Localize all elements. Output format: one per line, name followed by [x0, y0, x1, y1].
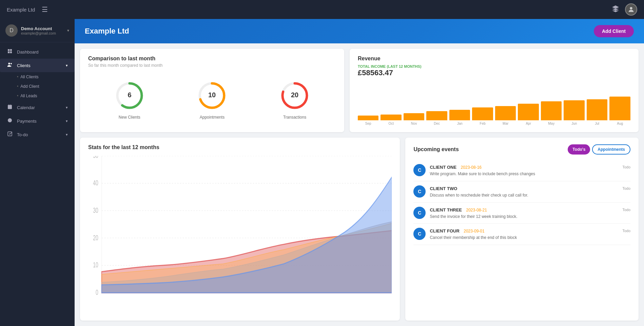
dashboard-icon: [7, 48, 13, 55]
svg-text:6: 6: [128, 91, 131, 99]
user-avatar-topbar[interactable]: [625, 3, 637, 16]
row1: Comparison to last month So far this mon…: [75, 43, 644, 135]
hamburger-icon[interactable]: ☰: [42, 5, 48, 14]
event-item[interactable]: C CLIENT ONE 2023-08-16 Todo Write progr…: [413, 160, 630, 181]
clients-icon: [7, 62, 13, 69]
event-desc: Discuss when to reschedule their check u…: [430, 192, 630, 198]
bar-chart: Sep Oct Nov Dec Jan Feb Mar Apr May Ju: [358, 81, 630, 125]
clients-chevron-icon: ▾: [66, 63, 68, 68]
todo-icon: [7, 131, 13, 138]
event-header-row: CLIENT TWO Todo: [430, 185, 630, 191]
revenue-card: Revenue TOTAL INCOME (LAST 12 MONTHS) £5…: [350, 49, 639, 132]
svg-text:50: 50: [93, 156, 98, 160]
bar-month: Jul: [595, 122, 599, 125]
sidebar-user-info: Demo Account example@gmail.com: [21, 26, 64, 35]
event-desc: Write program. Make sure to include benc…: [430, 171, 630, 177]
sidebar-item-add-client[interactable]: Add Client: [0, 82, 75, 91]
svg-text:10: 10: [93, 261, 98, 269]
transactions-circle: 20 Transactions: [279, 80, 310, 120]
sidebar-item-all-clients[interactable]: All Clients: [0, 72, 75, 82]
tab-appointments[interactable]: Appointments: [592, 144, 630, 155]
event-item[interactable]: C CLIENT THREE 2023-08-21 Todo Send the …: [413, 203, 630, 224]
sidebar-item-todo-label: To-do: [17, 132, 28, 137]
sidebar-item-all-leads[interactable]: All Leads: [0, 91, 75, 101]
tab-todos[interactable]: Todo's: [568, 144, 590, 155]
revenue-title: Revenue: [358, 56, 630, 62]
app-container: Example Ltd ☰ D Demo Account example@gma…: [0, 0, 644, 326]
sidebar-nav: Dashboard Clients ▾ All Clients Add Clie…: [0, 42, 75, 144]
event-item[interactable]: C CLIENT FOUR 2023-09-01 Todo Cancel the…: [413, 224, 630, 245]
event-avatar: C: [413, 185, 426, 198]
bar-group: May: [541, 101, 562, 125]
svg-point-5: [8, 63, 10, 64]
circles-row: 6 New Clients 10: [88, 75, 336, 125]
svg-text:20: 20: [93, 233, 98, 242]
sidebar-item-dashboard-label: Dashboard: [17, 49, 39, 55]
page-header: Example Ltd Add Client: [75, 19, 644, 43]
svg-text:40: 40: [93, 179, 98, 187]
transactions-svg: 20: [279, 80, 310, 111]
chart-area: 0 10 20 30 40 50: [88, 156, 392, 314]
sidebar-user-email: example@gmail.com: [21, 31, 64, 35]
page-title: Example Ltd: [85, 27, 129, 36]
bar: [518, 104, 539, 120]
bar-group: Feb: [472, 107, 493, 126]
sidebar-item-clients[interactable]: Clients ▾: [0, 59, 75, 72]
bar-month: Dec: [434, 122, 440, 125]
event-header-row: CLIENT FOUR 2023-09-01 Todo: [430, 228, 630, 234]
add-client-button[interactable]: Add Client: [594, 25, 634, 37]
sidebar-user[interactable]: D Demo Account example@gmail.com ▾: [0, 19, 75, 42]
event-content: CLIENT FOUR 2023-09-01 Todo Cancel their…: [430, 228, 630, 241]
event-client: CLIENT FOUR: [430, 228, 459, 233]
sidebar-item-todo[interactable]: To-do ▾: [0, 128, 75, 141]
sidebar-item-all-leads-label: All Leads: [20, 94, 37, 98]
bar: [449, 110, 470, 120]
sidebar-item-dashboard[interactable]: Dashboard: [0, 45, 75, 59]
bar-group: Jul: [587, 99, 608, 125]
sidebar-item-all-clients-label: All Clients: [20, 75, 38, 79]
comparison-card: Comparison to last month So far this mon…: [80, 49, 344, 132]
event-desc: Send the invoice for their 12 week train…: [430, 214, 630, 220]
comparison-title: Comparison to last month: [88, 56, 336, 62]
events-list: C CLIENT ONE 2023-08-16 Todo Write progr…: [413, 160, 630, 314]
layers-icon: [611, 5, 620, 15]
row2: Stats for the last 12 months: [75, 135, 644, 326]
appointments-circle: 10 Appointments: [197, 80, 227, 120]
svg-text:0: 0: [96, 288, 98, 297]
event-date: 2023-08-21: [466, 208, 487, 212]
appointments-label: Appointments: [200, 115, 225, 120]
event-avatar: C: [413, 228, 426, 240]
bar: [587, 99, 608, 120]
event-badge: Todo: [622, 186, 630, 190]
bar-month: Oct: [388, 122, 394, 125]
bar-month: Mar: [503, 122, 508, 125]
payments-chevron-icon: ▾: [66, 119, 68, 123]
bar: [609, 97, 630, 120]
bar-month: Jun: [571, 122, 577, 125]
sidebar-item-payments[interactable]: Payments ▾: [0, 114, 75, 128]
sidebar-item-calendar[interactable]: Calendar ▾: [0, 101, 75, 114]
sidebar-item-payments-label: Payments: [17, 119, 37, 124]
topbar-right: [611, 3, 637, 16]
event-content: CLIENT ONE 2023-08-16 Todo Write program…: [430, 164, 630, 177]
svg-rect-1: [8, 49, 9, 51]
event-content: CLIENT TWO Todo Discuss when to reschedu…: [430, 185, 630, 198]
bar: [541, 101, 562, 120]
topbar: Example Ltd ☰: [0, 0, 644, 19]
svg-rect-3: [8, 52, 9, 53]
new-clients-label: New Clients: [119, 115, 140, 120]
payments-icon: [7, 118, 13, 124]
app-title: Example Ltd: [7, 7, 35, 13]
event-content: CLIENT THREE 2023-08-21 Todo Send the in…: [430, 207, 630, 220]
sidebar: D Demo Account example@gmail.com ▾ Dashb…: [0, 19, 75, 326]
sidebar-item-add-client-label: Add Client: [20, 84, 39, 89]
revenue-amount: £58563.47: [358, 68, 630, 77]
appointments-svg: 10: [197, 80, 227, 111]
bar-month: Apr: [526, 122, 531, 125]
calendar-icon: [7, 104, 13, 111]
event-item[interactable]: C CLIENT TWO Todo Discuss when to resche…: [413, 181, 630, 203]
bar-month: Aug: [617, 122, 623, 125]
bar: [380, 115, 402, 120]
bar: [404, 113, 425, 120]
svg-rect-2: [10, 49, 12, 51]
